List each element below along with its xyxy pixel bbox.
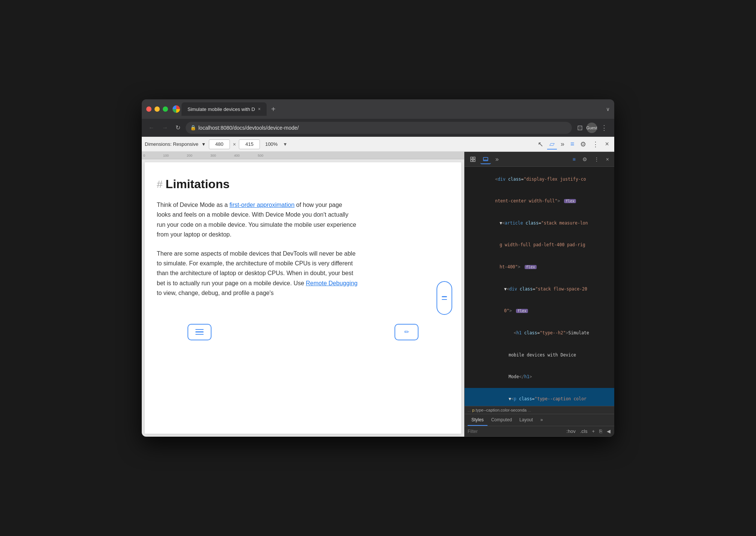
touch-handle-menu[interactable] xyxy=(188,324,212,340)
dimension-separator: × xyxy=(233,141,236,147)
svg-rect-2 xyxy=(471,160,472,162)
viewport: 0 100 200 300 400 500 # Limitations Thin… xyxy=(142,152,464,437)
devtools-toolbar-icons: ↖ ▱ » ≡ ⚙ ⋮ × xyxy=(536,139,611,150)
add-style-rule-button[interactable]: + xyxy=(591,428,596,435)
tab-close-button[interactable]: × xyxy=(258,106,261,112)
device-mode-button[interactable] xyxy=(480,154,491,164)
paragraph-2: There are some aspects of mobile devices… xyxy=(157,249,358,298)
devtools-header: » ≡ ⚙ ⋮ × xyxy=(465,152,614,167)
browser-actions: ⊡ Guest ⋮ xyxy=(575,122,610,133)
html-line[interactable]: ht-400"> flex xyxy=(465,256,614,278)
viewport-content: # Limitations Think of Device Mode as a … xyxy=(145,162,461,434)
tab-styles[interactable]: Styles xyxy=(468,414,488,426)
url-bar[interactable]: 🔒 localhost:8080/docs/devtools/device-mo… xyxy=(186,122,572,134)
scroll-handle-line xyxy=(442,299,447,300)
svg-rect-0 xyxy=(471,157,472,159)
first-order-link[interactable]: first-order approximation xyxy=(230,202,294,208)
maximize-traffic-light[interactable] xyxy=(163,106,168,112)
html-line[interactable]: g width-full pad-left-400 pad-rig xyxy=(465,234,614,256)
devtools-panel: » ≡ ⚙ ⋮ × <div class="display-flex justi… xyxy=(464,152,614,437)
zoom-arrow: ▼ xyxy=(283,142,287,147)
url-text: localhost:8080/docs/devtools/device-mode… xyxy=(198,125,299,131)
console-drawer-button[interactable]: ≡ xyxy=(570,155,578,164)
html-line[interactable]: Mode</h1> xyxy=(465,366,614,388)
more-tabs-button[interactable]: » xyxy=(558,139,567,149)
filter-hov-button[interactable]: :hov xyxy=(566,428,576,435)
html-line[interactable]: 0"> flex xyxy=(465,300,614,322)
touch-handle-line xyxy=(195,329,204,330)
touch-handle-lines xyxy=(195,329,204,335)
scroll-handle-lines xyxy=(442,296,447,300)
chrome-icon xyxy=(172,105,180,113)
paragraph-1: Think of Device Mode as a first-order ap… xyxy=(157,200,358,240)
devtools-close-button[interactable]: × xyxy=(603,139,611,149)
page-title: Limitations xyxy=(166,177,230,191)
pen-icon: ✏ xyxy=(404,328,409,335)
html-line[interactable]: <div class="display-flex justify-co xyxy=(465,168,614,190)
remote-debugging-link[interactable]: Remote Debugging xyxy=(306,280,358,286)
touch-handle-pen[interactable]: ✏ xyxy=(394,324,418,340)
styles-tabs: Styles Computed Layout » xyxy=(465,414,614,426)
copy-styles-button[interactable]: ⎘ xyxy=(598,428,603,435)
elements-panel-button[interactable] xyxy=(468,155,478,164)
toggle-sidebar-button[interactable]: ◀ xyxy=(606,428,611,435)
tab-computed[interactable]: Computed xyxy=(488,414,516,426)
console-button[interactable]: ≡ xyxy=(568,139,577,149)
tab-title: Simulate mobile devices with D xyxy=(188,106,255,112)
scroll-handle[interactable] xyxy=(436,281,452,315)
html-line[interactable]: mobile devices with Device xyxy=(465,344,614,366)
device-toolbar-button[interactable]: ▱ xyxy=(547,139,557,150)
filter-cls-button[interactable]: .cls xyxy=(579,428,588,435)
html-line[interactable]: ▼<article class="stack measure-lon xyxy=(465,212,614,234)
lock-icon: 🔒 xyxy=(190,125,196,130)
browser-window: Simulate mobile devices with D × + ∨ ← →… xyxy=(142,99,614,437)
split-screen-button[interactable]: ⊡ xyxy=(575,122,585,133)
ruler-marks: 0 100 200 300 400 500 xyxy=(143,154,263,157)
more-panels-button[interactable]: » xyxy=(493,154,501,164)
traffic-lights xyxy=(146,106,168,112)
more-options-button[interactable]: ⋮ xyxy=(592,155,602,164)
devtools-toolbar: Dimensions: Responsive ▼ × 100% ▼ ↖ ▱ » … xyxy=(142,137,614,152)
inspect-element-button[interactable]: ↖ xyxy=(536,139,546,149)
dimensions-label: Dimensions: Responsive xyxy=(145,141,198,147)
back-button[interactable]: ← xyxy=(146,123,157,133)
styles-panel: Styles Computed Layout » :hov .cls xyxy=(465,414,614,437)
tab-chevron-icon: ∨ xyxy=(606,106,610,112)
close-traffic-light[interactable] xyxy=(146,106,152,112)
forward-button[interactable]: → xyxy=(160,123,170,133)
active-tab[interactable]: Simulate mobile devices with D × xyxy=(182,102,267,116)
width-input[interactable] xyxy=(209,139,230,149)
html-line-selected[interactable]: ▼<p class="type--caption color xyxy=(465,388,614,406)
new-tab-button[interactable]: + xyxy=(268,105,279,114)
viewport-ruler: 0 100 200 300 400 500 xyxy=(142,152,464,159)
height-input[interactable] xyxy=(239,139,260,149)
touch-handle-line xyxy=(195,331,204,332)
tab-bar: Simulate mobile devices with D × + xyxy=(172,102,602,116)
html-line[interactable]: <h1 class="type--h2">Simulate xyxy=(465,322,614,344)
devtools-more-button[interactable]: ⋮ xyxy=(590,139,601,149)
devtools-settings-button[interactable]: ⚙ xyxy=(578,139,588,149)
page-heading: # Limitations xyxy=(157,177,358,191)
html-line[interactable]: ▼<div class="stack flow-space-20 xyxy=(465,278,614,300)
main-area: 0 100 200 300 400 500 # Limitations Thin… xyxy=(142,152,614,437)
page-content: # Limitations Think of Device Mode as a … xyxy=(145,162,370,322)
svg-rect-1 xyxy=(473,157,475,159)
dropdown-arrow: ▼ xyxy=(201,142,206,147)
scroll-handle-line xyxy=(442,296,447,297)
svg-rect-3 xyxy=(473,160,475,162)
styles-filter-input[interactable] xyxy=(468,429,562,434)
profile-icon[interactable]: Guest xyxy=(586,123,597,133)
settings-button[interactable]: ⚙ xyxy=(580,155,590,164)
address-bar: ← → ↻ 🔒 localhost:8080/docs/devtools/dev… xyxy=(142,119,614,137)
html-line[interactable]: ntent-center width-full"> flex xyxy=(465,190,614,213)
tab-more[interactable]: » xyxy=(537,414,547,426)
touch-handle-line xyxy=(195,334,204,335)
bottom-handles: ✏ xyxy=(145,322,461,342)
reload-button[interactable]: ↻ xyxy=(173,123,183,133)
heading-hash: # xyxy=(157,178,163,190)
browser-menu-button[interactable]: ⋮ xyxy=(598,122,610,133)
minimize-traffic-light[interactable] xyxy=(154,106,160,112)
close-devtools-button[interactable]: × xyxy=(604,155,611,164)
tab-layout[interactable]: Layout xyxy=(516,414,537,426)
zoom-button[interactable]: 100% xyxy=(263,141,280,148)
